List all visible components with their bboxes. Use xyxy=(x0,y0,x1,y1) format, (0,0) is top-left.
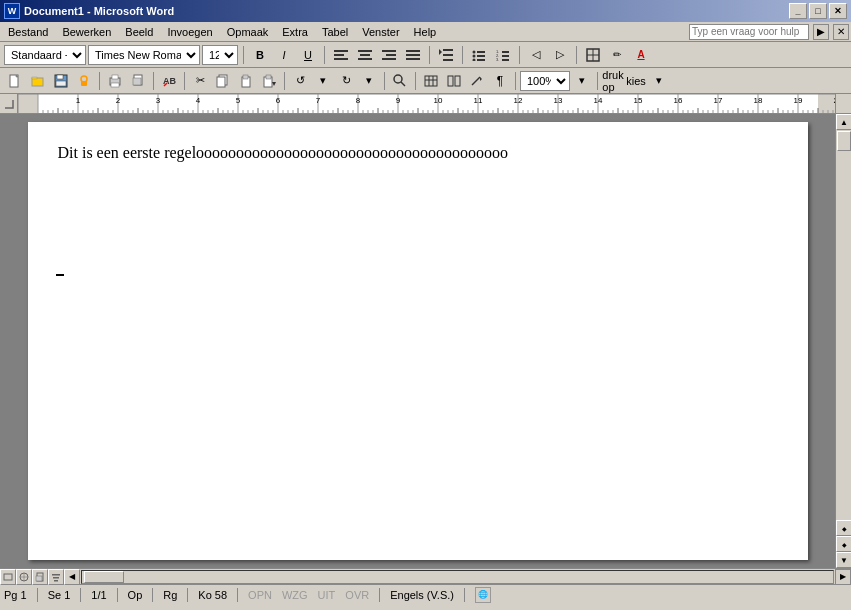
zoom-select[interactable]: 100% xyxy=(520,71,570,91)
print-preview-button[interactable] xyxy=(127,71,149,91)
zoom-dropdown[interactable]: ▾ xyxy=(571,71,593,91)
decrease-indent-button[interactable]: ◁ xyxy=(525,45,547,65)
status-bar: Pg 1 Se 1 1/1 Op Rg Ko 58 OPN WZG UIT OV… xyxy=(0,584,851,604)
tab-icon xyxy=(3,98,15,110)
minimize-button[interactable]: _ xyxy=(789,3,807,19)
copy-button[interactable] xyxy=(212,71,234,91)
ruler-area xyxy=(0,94,851,114)
svg-line-61 xyxy=(472,77,480,85)
status-uit: UIT xyxy=(318,589,336,601)
svg-rect-51 xyxy=(266,75,271,79)
view-buttons xyxy=(0,569,64,585)
print-button[interactable] xyxy=(104,71,126,91)
ruler-right-corner xyxy=(835,94,851,114)
menu-tabel[interactable]: Tabel xyxy=(316,24,354,40)
underline-button[interactable]: U xyxy=(297,45,319,65)
align-left-icon xyxy=(334,49,348,61)
italic-button[interactable]: I xyxy=(273,45,295,65)
svg-point-18 xyxy=(473,54,476,57)
menu-invoegen[interactable]: Invoegen xyxy=(161,24,218,40)
open-icon xyxy=(31,74,45,88)
menu-opmaak[interactable]: Opmaak xyxy=(221,24,275,40)
ruler-corner[interactable] xyxy=(0,94,18,114)
numbered-list-button[interactable]: 1. 2. 3. xyxy=(492,45,514,65)
undo-dropdown[interactable]: ▾ xyxy=(312,71,334,91)
redo-dropdown[interactable]: ▾ xyxy=(358,71,380,91)
align-left-button[interactable] xyxy=(330,45,352,65)
menu-help[interactable]: Help xyxy=(408,24,443,40)
document-container[interactable]: Dit is een eerste regelooooooooooooooooo… xyxy=(0,114,835,568)
align-right-button[interactable] xyxy=(378,45,400,65)
show-hide-button[interactable]: ¶ xyxy=(489,71,511,91)
document-content[interactable]: Dit is een eerste regelooooooooooooooooo… xyxy=(58,142,778,164)
scroll-track-v[interactable] xyxy=(836,130,851,520)
scroll-left-button[interactable]: ◀ xyxy=(64,569,80,585)
svg-rect-44 xyxy=(133,78,141,85)
scroll-down-button[interactable]: ▼ xyxy=(836,552,851,568)
research-button[interactable] xyxy=(389,71,411,91)
normal-view-button[interactable] xyxy=(0,569,16,585)
redo-button[interactable]: ↻ xyxy=(335,71,357,91)
scroll-thumb-h[interactable] xyxy=(84,571,124,583)
help-search-button[interactable]: ▶ xyxy=(813,24,829,40)
app-icon: W xyxy=(4,3,20,19)
ruler[interactable] xyxy=(18,94,835,114)
kies-dropdown[interactable]: ▾ xyxy=(648,71,670,91)
menu-venster[interactable]: Venster xyxy=(356,24,405,40)
permission-button[interactable] xyxy=(73,71,95,91)
scroll-track-h[interactable] xyxy=(81,570,834,584)
maximize-button[interactable]: □ xyxy=(809,3,827,19)
border-button[interactable] xyxy=(582,45,604,65)
style-select[interactable]: Standaard + 1: xyxy=(4,45,86,65)
size-select[interactable]: 12 xyxy=(202,45,238,65)
menu-beeld[interactable]: Beeld xyxy=(119,24,159,40)
font-select[interactable]: Times New Roman xyxy=(88,45,200,65)
save-button[interactable] xyxy=(50,71,72,91)
line-spacing-button[interactable] xyxy=(435,45,457,65)
align-center-button[interactable] xyxy=(354,45,376,65)
svg-rect-3 xyxy=(358,50,372,52)
justify-button[interactable] xyxy=(402,45,424,65)
open-button[interactable] xyxy=(27,71,49,91)
table-icon xyxy=(424,75,438,87)
menu-bewerken[interactable]: Bewerken xyxy=(56,24,117,40)
status-page: Pg 1 xyxy=(4,589,27,601)
scroll-right-button[interactable]: ▶ xyxy=(835,569,851,585)
scroll-page-down-button[interactable]: ◆ xyxy=(836,536,851,552)
undo-button[interactable]: ↺ xyxy=(289,71,311,91)
svg-rect-5 xyxy=(358,58,372,60)
scroll-up-button[interactable]: ▲ xyxy=(836,114,851,130)
document-page: Dit is een eerste regelooooooooooooooooo… xyxy=(28,122,808,560)
bullet-list-button[interactable] xyxy=(468,45,490,65)
spell-check-button[interactable]: ABC xyxy=(158,71,180,91)
insert-table-button[interactable] xyxy=(420,71,442,91)
help-search-input[interactable] xyxy=(689,24,809,40)
bold-button[interactable]: B xyxy=(249,45,271,65)
highlight-button[interactable]: ✏ xyxy=(606,45,628,65)
font-color-button[interactable]: A xyxy=(630,45,652,65)
std-sep-2 xyxy=(153,72,154,90)
print-view-button[interactable] xyxy=(32,569,48,585)
menu-extra[interactable]: Extra xyxy=(276,24,314,40)
svg-rect-68 xyxy=(36,576,42,581)
status-ovr: OVR xyxy=(345,589,369,601)
close-button[interactable]: ✕ xyxy=(829,3,847,19)
help-close-button[interactable]: ✕ xyxy=(833,24,849,40)
increase-indent-button[interactable]: ▷ xyxy=(549,45,571,65)
scroll-page-up-button[interactable]: ◆ xyxy=(836,520,851,536)
vertical-scrollbar[interactable]: ▲ ◆ ◆ ▼ xyxy=(835,114,851,568)
cut-button[interactable]: ✂ xyxy=(189,71,211,91)
normal-view-icon xyxy=(3,572,13,582)
columns-button[interactable] xyxy=(443,71,465,91)
svg-rect-71 xyxy=(54,580,58,582)
drawing-button[interactable] xyxy=(466,71,488,91)
paste-button[interactable] xyxy=(235,71,257,91)
paragraph-mark-icon: ¶ xyxy=(497,74,503,88)
svg-rect-2 xyxy=(334,58,348,60)
web-view-button[interactable] xyxy=(16,569,32,585)
menu-bestand[interactable]: Bestand xyxy=(2,24,54,40)
outline-view-button[interactable] xyxy=(48,569,64,585)
new-document-button[interactable] xyxy=(4,71,26,91)
scroll-thumb-v[interactable] xyxy=(837,131,851,151)
paste-special-button[interactable] xyxy=(258,71,280,91)
